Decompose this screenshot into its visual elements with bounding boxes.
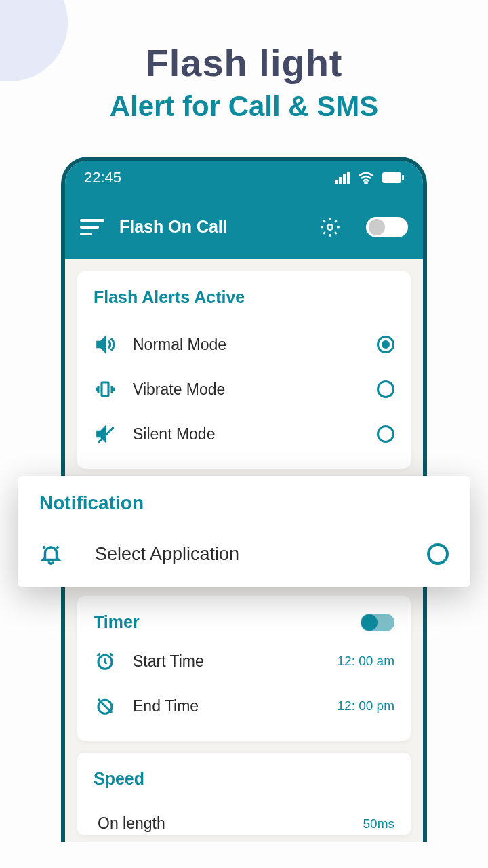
master-toggle[interactable] xyxy=(366,217,408,237)
end-time-row[interactable]: End Time 12: 00 pm xyxy=(94,684,394,728)
vibrate-icon xyxy=(94,378,117,401)
menu-icon[interactable] xyxy=(80,219,104,235)
status-bar: 22:45 xyxy=(65,161,423,195)
svg-rect-8 xyxy=(102,382,108,396)
svg-rect-3 xyxy=(347,172,350,184)
gear-icon[interactable] xyxy=(320,217,340,237)
flash-alerts-title: Flash Alerts Active xyxy=(94,288,394,307)
battery-icon xyxy=(382,172,404,183)
select-application-row[interactable]: Select Application xyxy=(39,529,449,568)
mute-icon xyxy=(94,422,117,446)
end-time-label: End Time xyxy=(133,697,321,715)
signal-icon xyxy=(335,172,350,184)
timer-toggle[interactable] xyxy=(361,614,394,631)
wifi-icon xyxy=(358,172,374,184)
mode-row-vibrate[interactable]: Vibrate Mode xyxy=(94,367,394,412)
notification-card: Notification Select Application xyxy=(18,476,470,587)
svg-rect-5 xyxy=(382,172,401,183)
app-bar: Flash On Call xyxy=(65,195,423,259)
radio-unselected[interactable] xyxy=(377,380,394,398)
marketing-title: Flash light Alert for Call & SMS xyxy=(0,0,488,123)
volume-icon xyxy=(94,333,117,356)
timer-card: Timer Start Time 12: 00 am End Time 12: … xyxy=(77,596,411,741)
svg-rect-2 xyxy=(343,174,346,184)
notification-title: Notification xyxy=(39,492,449,514)
bell-icon xyxy=(39,542,62,566)
start-time-label: Start Time xyxy=(133,652,321,671)
radio-unselected[interactable] xyxy=(377,425,394,443)
on-length-value: 50ms xyxy=(363,816,394,831)
select-application-label: Select Application xyxy=(79,544,411,565)
main-title: Flash light xyxy=(0,41,488,85)
start-time-value: 12: 00 am xyxy=(338,654,395,669)
end-time-value: 12: 00 pm xyxy=(338,698,395,713)
speed-title: Speed xyxy=(94,769,394,789)
timer-title: Timer xyxy=(94,612,140,632)
mode-label: Vibrate Mode xyxy=(133,380,361,399)
status-icons xyxy=(335,172,404,184)
svg-rect-0 xyxy=(335,180,338,184)
mode-label: Normal Mode xyxy=(133,336,361,354)
on-length-row[interactable]: On length 50ms xyxy=(94,804,394,833)
mode-row-normal[interactable]: Normal Mode xyxy=(94,322,394,367)
mode-label: Silent Mode xyxy=(133,425,361,443)
start-time-row[interactable]: Start Time 12: 00 am xyxy=(94,639,394,684)
flash-alerts-card: Flash Alerts Active Normal Mode Vibrate … xyxy=(77,271,411,469)
speed-card: Speed On length 50ms xyxy=(77,753,411,835)
clock-start-icon xyxy=(94,650,117,673)
svg-point-7 xyxy=(327,224,333,230)
svg-point-4 xyxy=(365,182,367,184)
svg-rect-1 xyxy=(339,177,342,184)
radio-unselected[interactable] xyxy=(427,543,449,565)
radio-selected[interactable] xyxy=(377,336,394,353)
app-bar-title: Flash On Call xyxy=(119,217,305,237)
status-time: 22:45 xyxy=(84,169,121,186)
sub-title: Alert for Call & SMS xyxy=(0,90,488,123)
svg-rect-6 xyxy=(402,175,404,180)
clock-end-icon xyxy=(94,694,117,717)
on-length-label: On length xyxy=(94,814,347,833)
mode-row-silent[interactable]: Silent Mode xyxy=(94,412,394,456)
